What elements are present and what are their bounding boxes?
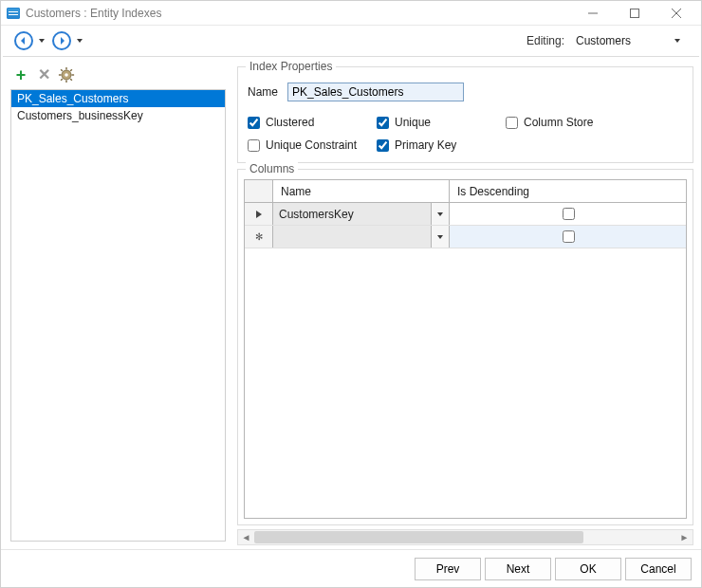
- unique-check-input[interactable]: [377, 117, 389, 129]
- is-descending-cell[interactable]: [450, 203, 686, 225]
- row-header[interactable]: [245, 203, 273, 225]
- col-header-name[interactable]: Name: [273, 180, 450, 202]
- forward-button[interactable]: [52, 31, 71, 50]
- editing-value: Customers: [576, 34, 631, 47]
- primary-key-check-input[interactable]: [377, 139, 389, 152]
- clustered-check-input[interactable]: [248, 117, 260, 129]
- columns-group: Columns Name Is Descending CustomersKey: [237, 169, 693, 525]
- grid-header: Name Is Descending: [245, 180, 686, 203]
- column-store-checkbox[interactable]: Column Store: [506, 111, 648, 134]
- prev-button[interactable]: Prev: [415, 558, 481, 580]
- dialog-window: Customers : Entity Indexes Editing: Cust…: [0, 0, 702, 588]
- unique-constraint-label: Unique Constraint: [266, 138, 357, 152]
- primary-key-label: Primary Key: [395, 138, 456, 152]
- ok-button[interactable]: OK: [555, 558, 621, 580]
- scroll-track[interactable]: [254, 530, 676, 544]
- column-name-combo[interactable]: CustomersKey: [273, 203, 450, 225]
- next-button[interactable]: Next: [485, 558, 551, 580]
- current-row-icon: [256, 211, 262, 218]
- columns-grid: Name Is Descending CustomersKey: [244, 179, 687, 519]
- clustered-label: Clustered: [266, 116, 314, 129]
- index-name-input[interactable]: [287, 83, 464, 101]
- footer: Prev Next OK Cancel: [1, 549, 701, 587]
- left-panel: + ✕: [1, 57, 233, 549]
- delete-button[interactable]: ✕: [35, 66, 52, 83]
- name-label: Name: [248, 85, 278, 99]
- forward-dropdown-icon[interactable]: [77, 39, 83, 43]
- is-descending-checkbox[interactable]: [563, 230, 575, 243]
- column-name-combo[interactable]: [273, 226, 450, 248]
- svg-rect-1: [631, 9, 639, 17]
- back-button[interactable]: [14, 31, 33, 50]
- index-properties-legend: Index Properties: [246, 60, 336, 73]
- row-header-corner: [245, 180, 273, 202]
- body: + ✕: [1, 57, 701, 549]
- unique-constraint-check-input[interactable]: [248, 139, 260, 152]
- nav-bar: Editing: Customers: [1, 26, 701, 56]
- svg-line-10: [61, 69, 63, 71]
- maximize-button[interactable]: [614, 1, 656, 26]
- is-descending-cell[interactable]: [450, 226, 686, 248]
- new-row-icon: ✻: [255, 231, 263, 242]
- list-item[interactable]: Customers_businessKey: [11, 107, 225, 124]
- left-toolbar: + ✕: [10, 63, 226, 87]
- grid-row[interactable]: CustomersKey: [245, 203, 686, 226]
- editing-label: Editing:: [526, 34, 564, 47]
- is-descending-checkbox[interactable]: [563, 208, 575, 220]
- window-title: Customers : Entity Indexes: [26, 7, 572, 20]
- clustered-checkbox[interactable]: Clustered: [248, 111, 377, 134]
- horizontal-scrollbar[interactable]: ◄ ►: [237, 529, 693, 545]
- col-header-is-descending[interactable]: Is Descending: [450, 180, 686, 202]
- grid-body: CustomersKey ✻: [245, 203, 686, 518]
- cancel-button[interactable]: Cancel: [625, 558, 692, 580]
- column-store-label: Column Store: [524, 116, 593, 129]
- chevron-down-icon: [674, 39, 680, 43]
- column-name-value: [273, 226, 432, 248]
- scroll-right-button[interactable]: ►: [676, 530, 693, 544]
- svg-point-5: [65, 73, 68, 77]
- x-icon: ✕: [38, 67, 50, 83]
- app-icon: [7, 8, 20, 19]
- gear-icon: [58, 66, 75, 83]
- index-properties-group: Index Properties Name Clustered Unique: [237, 66, 693, 163]
- chevron-down-icon: [437, 235, 443, 239]
- primary-key-checkbox[interactable]: Primary Key: [377, 134, 506, 156]
- add-button[interactable]: +: [12, 66, 29, 83]
- svg-line-12: [70, 69, 72, 71]
- svg-line-13: [61, 79, 63, 81]
- back-dropdown-icon[interactable]: [39, 39, 45, 43]
- row-header[interactable]: ✻: [245, 226, 273, 248]
- combo-dropdown-button[interactable]: [432, 226, 449, 248]
- column-name-value: CustomersKey: [273, 203, 432, 225]
- options-button[interactable]: [58, 66, 75, 83]
- column-store-check-input[interactable]: [506, 117, 518, 129]
- close-button[interactable]: [656, 1, 697, 26]
- list-item[interactable]: PK_Sales_Customers: [11, 90, 225, 107]
- grid-row[interactable]: ✻: [245, 226, 686, 248]
- scroll-thumb[interactable]: [254, 531, 583, 543]
- scroll-left-button[interactable]: ◄: [238, 530, 254, 544]
- plus-icon: +: [16, 66, 27, 83]
- columns-legend: Columns: [246, 162, 298, 175]
- chevron-down-icon: [437, 212, 443, 216]
- unique-label: Unique: [395, 116, 431, 129]
- titlebar: Customers : Entity Indexes: [1, 1, 701, 26]
- unique-checkbox[interactable]: Unique: [377, 111, 506, 134]
- combo-dropdown-button[interactable]: [432, 203, 449, 225]
- minimize-button[interactable]: [572, 1, 614, 26]
- unique-constraint-checkbox[interactable]: Unique Constraint: [248, 134, 377, 156]
- editing-select[interactable]: Customers: [572, 31, 688, 50]
- right-panel: Index Properties Name Clustered Unique: [233, 57, 701, 549]
- svg-line-11: [70, 79, 72, 81]
- index-list[interactable]: PK_Sales_Customers Customers_businessKey: [10, 89, 226, 542]
